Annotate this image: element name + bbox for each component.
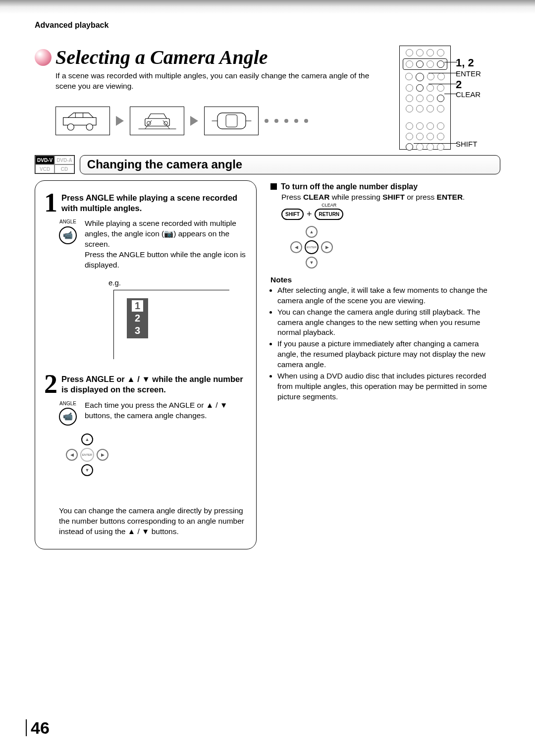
camera-angle-illustration [55,107,385,135]
dpad-enter-icon: ENTER [80,448,94,462]
shift-button-icon: SHIFT [281,209,304,220]
turn-off-heading: To turn off the angle number display [281,182,418,191]
dpad-enter-icon: ENTER [305,240,319,254]
turn-off-body: Press CLEAR while pressing SHIFT or pres… [281,192,500,203]
list-item: You can change the camera angle during s… [277,307,500,338]
camera-angle-icon: 📹 [63,413,73,421]
list-item: 2 [132,313,143,324]
step-2-extra: You can change the camera angle directly… [59,506,247,537]
svg-rect-12 [226,114,237,127]
angle-button-label: ANGLE [59,400,76,407]
notes-heading: Notes [270,275,500,284]
title-intro: If a scene was recorded with multiple an… [55,71,385,92]
badge-vcd: VCD [35,164,54,173]
dpad-up-icon: ▲ [81,433,93,445]
svg-rect-11 [217,113,246,129]
dpad-down-icon: ▼ [81,464,93,476]
title-decoration-sphere [35,49,52,66]
step-2-heading: Press ANGLE or ▲ / ▼ while the angle num… [61,372,247,396]
return-clear-button-icon: CLEAR RETURN [315,209,343,220]
remote-label-step2: 2 [456,78,462,91]
plus-icon: + [307,209,312,219]
dpad-right-icon: ▶ [97,449,108,461]
breadcrumb: Advanced playback [35,21,500,30]
dpad-down-icon: ▼ [306,257,318,269]
page-title: Selecting a Camera Angle [55,46,268,69]
badge-dvd-a: DVD-A [54,156,74,164]
car-top-view-icon [204,107,259,135]
example-label: e.g. [108,278,247,287]
dpad-up-icon: ▲ [306,226,318,238]
step-1-body: While playing a scene recorded with mult… [85,218,247,250]
list-item: After selecting angle, it will take a fe… [277,285,500,306]
angle-button-label: ANGLE [59,218,76,225]
svg-line-10 [162,120,169,129]
car-side-view-icon [55,107,110,135]
dpad-left-icon: ◀ [290,241,302,253]
arrow-right-icon [190,116,198,126]
remote-label-enter: ENTER [456,69,481,78]
badge-cd: CD [54,164,74,173]
remote-label-clear: CLEAR [456,90,481,99]
list-item: When using a DVD audio disc that include… [277,371,500,402]
bullet-square-icon [270,183,277,190]
notes-list: After selecting angle, it will take a fe… [270,285,500,402]
svg-point-6 [147,121,151,125]
dpad-diagram: ▲ ▼ ◀ ▶ ENTER [290,226,333,269]
badge-dvd-v: DVD-V [35,156,54,164]
dpad-diagram: ▲ ▼ ◀ ▶ ENTER [66,433,108,476]
dpad-right-icon: ▶ [321,241,333,253]
shift-clear-combo: SHIFT + CLEAR RETURN [281,209,500,220]
svg-point-2 [86,124,93,130]
section-title: Changing the camera angle [87,158,493,171]
remote-label-shift: SHIFT [456,140,477,148]
step-number-1: 1 [44,191,57,215]
dpad-left-icon: ◀ [66,449,78,461]
list-item: If you pause a picture immediately after… [277,339,500,370]
remote-labels: 1, 2 ENTER 2 CLEAR SHIFT [456,46,500,150]
step-1-heading: Press ANGLE while playing a scene record… [61,191,247,215]
example-screen: 1 2 3 [113,290,229,359]
clear-overlabel: CLEAR [321,203,336,208]
disc-type-badges: DVD-V DVD-A VCD CD [35,155,75,174]
svg-point-7 [163,121,167,125]
angle-number-list: 1 2 3 [127,298,148,338]
arrow-right-icon [116,116,124,126]
list-item: 1 [132,300,143,312]
step-2-body: Each time you press the ANGLE or ▲ / ▼ b… [85,400,247,426]
svg-line-9 [145,120,151,129]
ellipsis-dots-icon [265,119,308,123]
angle-button-diagram: ANGLE 📹 [59,218,77,270]
step-1-body2: Press the ANGLE button while the angle i… [85,250,247,270]
remote-control-diagram [399,46,451,150]
angle-button-diagram: ANGLE 📹 [59,400,77,426]
svg-point-1 [67,124,74,130]
car-front-view-icon [130,107,184,135]
list-item: 3 [132,325,143,336]
steps-panel: 1 Press ANGLE while playing a scene reco… [35,180,257,549]
page-number: 46 [26,719,50,736]
camera-angle-icon: 📹 [63,231,73,239]
step-number-2: 2 [44,372,57,396]
remote-label-steps: 1, 2 [456,56,474,69]
